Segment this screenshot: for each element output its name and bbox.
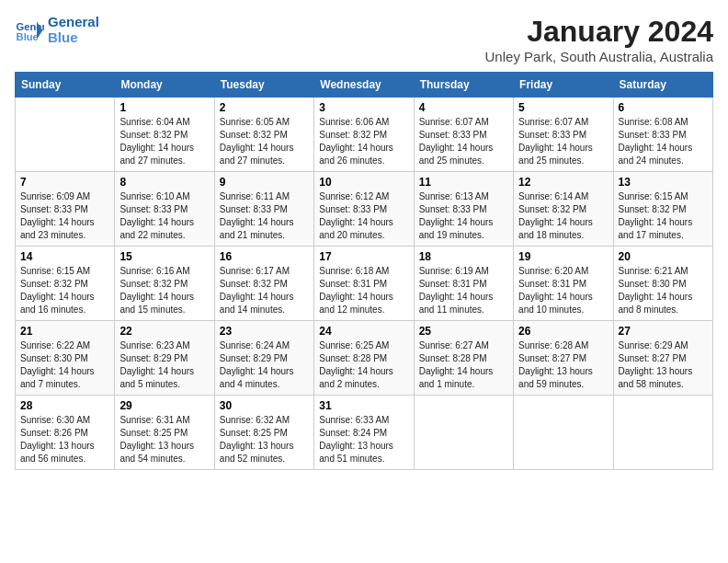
- day-details: Sunrise: 6:06 AMSunset: 8:32 PMDaylight:…: [319, 116, 408, 167]
- location-subtitle: Unley Park, South Australia, Australia: [485, 49, 713, 64]
- day-details: Sunrise: 6:27 AMSunset: 8:28 PMDaylight:…: [419, 339, 508, 391]
- day-number: 26: [518, 325, 608, 338]
- col-header-saturday: Saturday: [613, 73, 712, 98]
- day-number: 12: [518, 176, 608, 189]
- day-number: 13: [619, 176, 708, 189]
- day-details: Sunrise: 6:32 AMSunset: 8:25 PMDaylight:…: [220, 414, 309, 465]
- day-number: 19: [518, 250, 608, 263]
- day-number: 7: [20, 176, 109, 189]
- day-number: 2: [220, 101, 309, 114]
- day-details: Sunrise: 6:04 AMSunset: 8:32 PMDaylight:…: [119, 116, 209, 167]
- day-number: 10: [319, 176, 408, 189]
- day-details: Sunrise: 6:16 AMSunset: 8:32 PMDaylight:…: [119, 265, 209, 316]
- day-number: 30: [220, 399, 309, 412]
- calendar-cell: 5Sunrise: 6:07 AMSunset: 8:33 PMDaylight…: [514, 98, 613, 172]
- title-block: January 2024 Unley Park, South Australia…: [485, 15, 713, 64]
- week-row-5: 28Sunrise: 6:30 AMSunset: 8:26 PMDayligh…: [16, 396, 713, 470]
- day-number: 15: [119, 250, 209, 263]
- col-header-thursday: Thursday: [414, 73, 513, 98]
- calendar-table: SundayMondayTuesdayWednesdayThursdayFrid…: [15, 72, 713, 470]
- calendar-cell: 29Sunrise: 6:31 AMSunset: 8:25 PMDayligh…: [115, 396, 214, 470]
- calendar-cell: [16, 98, 115, 172]
- day-number: 1: [119, 101, 209, 114]
- calendar-cell: 11Sunrise: 6:13 AMSunset: 8:33 PMDayligh…: [414, 172, 513, 247]
- day-details: Sunrise: 6:14 AMSunset: 8:32 PMDaylight:…: [518, 190, 608, 242]
- calendar-cell: 4Sunrise: 6:07 AMSunset: 8:33 PMDaylight…: [414, 98, 513, 172]
- day-details: Sunrise: 6:19 AMSunset: 8:31 PMDaylight:…: [419, 265, 508, 316]
- calendar-cell: 26Sunrise: 6:28 AMSunset: 8:27 PMDayligh…: [514, 321, 613, 396]
- day-number: 16: [220, 250, 309, 263]
- day-number: 23: [220, 325, 309, 338]
- day-details: Sunrise: 6:25 AMSunset: 8:28 PMDaylight:…: [319, 339, 408, 391]
- calendar-cell: 30Sunrise: 6:32 AMSunset: 8:25 PMDayligh…: [214, 396, 313, 470]
- calendar-cell: 20Sunrise: 6:21 AMSunset: 8:30 PMDayligh…: [613, 247, 712, 321]
- calendar-cell: 31Sunrise: 6:33 AMSunset: 8:24 PMDayligh…: [314, 396, 414, 470]
- calendar-cell: 6Sunrise: 6:08 AMSunset: 8:33 PMDaylight…: [613, 98, 712, 172]
- day-number: 28: [20, 399, 109, 412]
- calendar-cell: 16Sunrise: 6:17 AMSunset: 8:32 PMDayligh…: [214, 247, 313, 321]
- day-details: Sunrise: 6:08 AMSunset: 8:33 PMDaylight:…: [619, 116, 708, 167]
- day-details: Sunrise: 6:28 AMSunset: 8:27 PMDaylight:…: [518, 339, 608, 391]
- day-number: 5: [518, 101, 608, 114]
- col-header-friday: Friday: [514, 73, 613, 98]
- day-number: 17: [319, 250, 408, 263]
- calendar-cell: 24Sunrise: 6:25 AMSunset: 8:28 PMDayligh…: [314, 321, 414, 396]
- day-number: 18: [419, 250, 508, 263]
- day-number: 9: [220, 176, 309, 189]
- day-details: Sunrise: 6:18 AMSunset: 8:31 PMDaylight:…: [319, 265, 408, 316]
- day-number: 6: [619, 101, 708, 114]
- day-details: Sunrise: 6:15 AMSunset: 8:32 PMDaylight:…: [20, 265, 109, 316]
- day-details: Sunrise: 6:07 AMSunset: 8:33 PMDaylight:…: [419, 116, 508, 167]
- col-header-tuesday: Tuesday: [214, 73, 313, 98]
- calendar-cell: 12Sunrise: 6:14 AMSunset: 8:32 PMDayligh…: [514, 172, 613, 247]
- month-title: January 2024: [485, 15, 713, 49]
- day-details: Sunrise: 6:29 AMSunset: 8:27 PMDaylight:…: [619, 339, 708, 391]
- calendar-cell: 7Sunrise: 6:09 AMSunset: 8:33 PMDaylight…: [16, 172, 115, 247]
- logo-general: General: [48, 15, 99, 30]
- calendar-cell: 27Sunrise: 6:29 AMSunset: 8:27 PMDayligh…: [613, 321, 712, 396]
- day-details: Sunrise: 6:24 AMSunset: 8:29 PMDaylight:…: [220, 339, 309, 391]
- week-row-4: 21Sunrise: 6:22 AMSunset: 8:30 PMDayligh…: [16, 321, 713, 396]
- col-header-sunday: Sunday: [16, 73, 115, 98]
- day-details: Sunrise: 6:17 AMSunset: 8:32 PMDaylight:…: [220, 265, 309, 316]
- day-details: Sunrise: 6:10 AMSunset: 8:33 PMDaylight:…: [119, 190, 209, 242]
- calendar-cell: 21Sunrise: 6:22 AMSunset: 8:30 PMDayligh…: [16, 321, 115, 396]
- day-details: Sunrise: 6:30 AMSunset: 8:26 PMDaylight:…: [20, 414, 109, 465]
- page-header: General Blue General Blue January 2024 U…: [15, 15, 713, 64]
- day-details: Sunrise: 6:21 AMSunset: 8:30 PMDaylight:…: [619, 265, 708, 316]
- calendar-cell: 3Sunrise: 6:06 AMSunset: 8:32 PMDaylight…: [314, 98, 414, 172]
- day-number: 31: [319, 399, 408, 412]
- day-details: Sunrise: 6:07 AMSunset: 8:33 PMDaylight:…: [518, 116, 608, 167]
- day-details: Sunrise: 6:22 AMSunset: 8:30 PMDaylight:…: [20, 339, 109, 391]
- calendar-cell: [613, 396, 712, 470]
- day-details: Sunrise: 6:33 AMSunset: 8:24 PMDaylight:…: [319, 414, 408, 465]
- logo-blue: Blue: [48, 30, 99, 46]
- calendar-cell: 25Sunrise: 6:27 AMSunset: 8:28 PMDayligh…: [414, 321, 513, 396]
- day-number: 21: [20, 325, 109, 338]
- calendar-cell: 8Sunrise: 6:10 AMSunset: 8:33 PMDaylight…: [115, 172, 214, 247]
- calendar-cell: 22Sunrise: 6:23 AMSunset: 8:29 PMDayligh…: [115, 321, 214, 396]
- day-details: Sunrise: 6:15 AMSunset: 8:32 PMDaylight:…: [619, 190, 708, 242]
- week-row-1: 1Sunrise: 6:04 AMSunset: 8:32 PMDaylight…: [16, 98, 713, 172]
- day-number: 29: [119, 399, 209, 412]
- calendar-cell: 19Sunrise: 6:20 AMSunset: 8:31 PMDayligh…: [514, 247, 613, 321]
- day-number: 22: [119, 325, 209, 338]
- day-details: Sunrise: 6:23 AMSunset: 8:29 PMDaylight:…: [119, 339, 209, 391]
- calendar-cell: 9Sunrise: 6:11 AMSunset: 8:33 PMDaylight…: [214, 172, 313, 247]
- calendar-cell: 1Sunrise: 6:04 AMSunset: 8:32 PMDaylight…: [115, 98, 214, 172]
- day-number: 8: [119, 176, 209, 189]
- week-row-3: 14Sunrise: 6:15 AMSunset: 8:32 PMDayligh…: [16, 247, 713, 321]
- logo: General Blue General Blue: [15, 15, 99, 45]
- day-number: 27: [619, 325, 708, 338]
- calendar-cell: 17Sunrise: 6:18 AMSunset: 8:31 PMDayligh…: [314, 247, 414, 321]
- day-details: Sunrise: 6:05 AMSunset: 8:32 PMDaylight:…: [220, 116, 309, 167]
- day-number: 20: [619, 250, 708, 263]
- calendar-cell: 23Sunrise: 6:24 AMSunset: 8:29 PMDayligh…: [214, 321, 313, 396]
- calendar-cell: 18Sunrise: 6:19 AMSunset: 8:31 PMDayligh…: [414, 247, 513, 321]
- day-number: 11: [419, 176, 508, 189]
- calendar-cell: 13Sunrise: 6:15 AMSunset: 8:32 PMDayligh…: [613, 172, 712, 247]
- day-number: 3: [319, 101, 408, 114]
- calendar-cell: 28Sunrise: 6:30 AMSunset: 8:26 PMDayligh…: [16, 396, 115, 470]
- day-number: 4: [419, 101, 508, 114]
- day-details: Sunrise: 6:20 AMSunset: 8:31 PMDaylight:…: [518, 265, 608, 316]
